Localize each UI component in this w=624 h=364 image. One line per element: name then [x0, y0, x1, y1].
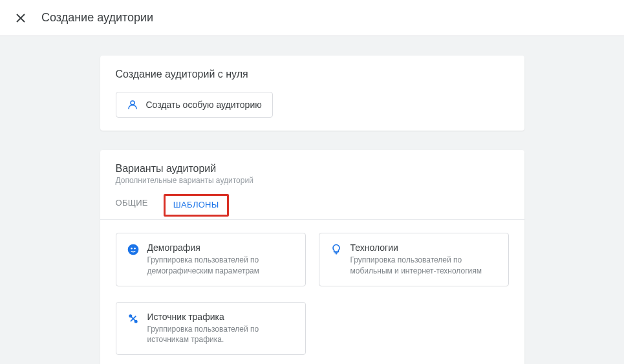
scratch-panel: Создание аудиторий с нуля Создать особую…: [100, 56, 524, 131]
card-demographics[interactable]: Демография Группировка пользователей по …: [116, 233, 306, 286]
content-area: Создание аудиторий с нуля Создать особую…: [0, 36, 624, 364]
technology-icon: [330, 243, 343, 256]
tab-templates[interactable]: ШАБЛОНЫ: [164, 194, 229, 217]
card-traffic-source[interactable]: Источник трафика Группировка пользовател…: [116, 302, 306, 356]
close-button[interactable]: [13, 10, 28, 26]
template-cards-grid: Демография Группировка пользователей по …: [100, 220, 524, 364]
card-desc: Группировка пользователей по демографиче…: [147, 255, 295, 277]
svg-point-6: [129, 315, 131, 317]
create-button-label: Создать особую аудиторию: [146, 100, 262, 110]
tab-general[interactable]: ОБЩИЕ: [116, 191, 148, 219]
variants-section-title: Варианты аудиторий: [116, 163, 509, 175]
svg-point-2: [131, 101, 134, 105]
card-title: Технологии: [350, 242, 498, 253]
card-desc: Группировка пользователей по мобильным и…: [350, 255, 498, 277]
svg-point-4: [131, 248, 133, 250]
svg-point-3: [127, 244, 138, 255]
svg-point-5: [134, 248, 136, 250]
variants-panel: Варианты аудиторий Дополнительные вариан…: [100, 150, 524, 364]
card-technology[interactable]: Технологии Группировка пользователей по …: [319, 233, 509, 286]
create-custom-audience-button[interactable]: Создать особую аудиторию: [116, 92, 273, 118]
tabs-container: ОБЩИЕ ШАБЛОНЫ: [100, 191, 524, 220]
close-icon: [16, 13, 26, 23]
person-icon: [127, 99, 138, 111]
scratch-section-title: Создание аудиторий с нуля: [116, 69, 509, 80]
page-header: Создание аудитории: [0, 0, 624, 36]
svg-point-7: [134, 320, 136, 322]
card-desc: Группировка пользователей по источникам …: [147, 324, 295, 346]
card-title: Демография: [147, 242, 295, 253]
card-title: Источник трафика: [147, 312, 295, 322]
demographics-icon: [127, 243, 140, 256]
page-title: Создание аудитории: [41, 11, 153, 25]
traffic-icon: [127, 312, 140, 325]
variants-section-subtitle: Дополнительные варианты аудиторий: [116, 176, 509, 185]
